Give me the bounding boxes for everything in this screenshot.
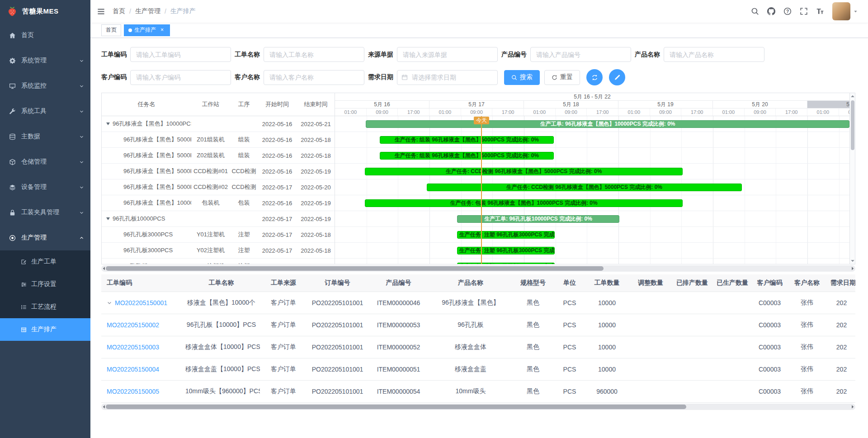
logo[interactable]: 苦糖果MES bbox=[0, 0, 90, 23]
collapse-caret-icon[interactable] bbox=[106, 122, 110, 125]
orders-row[interactable]: MO202205150004移液盒盒盖【10000】PCS客户订单PO20220… bbox=[101, 358, 855, 380]
product-name-input[interactable] bbox=[664, 47, 764, 62]
order-code-link[interactable]: MO202205150001 bbox=[115, 299, 167, 306]
breadcrumb-item[interactable]: 生产排产 bbox=[170, 7, 196, 15]
textsize-icon[interactable] bbox=[816, 7, 824, 15]
sidebar-item-master-data[interactable]: 主数据 bbox=[0, 124, 90, 149]
fullscreen-icon[interactable] bbox=[800, 7, 808, 15]
breadcrumb-item[interactable]: 生产管理 bbox=[135, 7, 160, 15]
sidebar-item-label: 首页 bbox=[21, 31, 34, 39]
gantt-column-header: 结束时间 bbox=[297, 100, 335, 108]
tab-首页[interactable]: 首页 bbox=[101, 24, 121, 36]
gantt-task-row[interactable]: 96孔孔板3000PCSY01注塑机注塑2022-05-172022-05-18 bbox=[102, 227, 335, 243]
orders-horizontal-scrollbar[interactable] bbox=[101, 404, 855, 410]
sidebar-item-home[interactable]: 首页 bbox=[0, 23, 90, 48]
sync-button[interactable] bbox=[586, 69, 603, 85]
vertical-scrollbar-thumb[interactable] bbox=[851, 100, 854, 150]
sidebar-item-process-setting[interactable]: 工序设置 bbox=[0, 273, 90, 296]
unit: PCS bbox=[554, 314, 585, 336]
gantt-column-header: 工作站 bbox=[191, 100, 230, 108]
gantt-task-row[interactable]: 96孔移液盒【黑色】5000PCSCCD检测#02CCD检测2022-05-17… bbox=[102, 179, 335, 195]
sidebar-item-process-flow[interactable]: 工艺流程 bbox=[0, 296, 90, 318]
gantt-task-row[interactable]: 96孔移液盒【黑色】5000PCSZ02组装机组装2022-05-162022-… bbox=[102, 148, 335, 164]
order-code-link[interactable]: MO202205150002 bbox=[107, 321, 159, 329]
sidebar-item-production-mgmt[interactable]: 生产管理 bbox=[0, 225, 90, 250]
order-code-link[interactable]: MO202205150003 bbox=[107, 344, 159, 351]
sidebar-item-label: 系统管理 bbox=[21, 57, 47, 65]
sidebar-item-system-tools[interactable]: 系统工具 bbox=[0, 99, 90, 124]
gantt-task-bar[interactable]: 生产任务: 组装 96孔移液盒【黑色】5000PCS 完成比例: 0% bbox=[380, 152, 554, 160]
gantt-vertical-scrollbar[interactable] bbox=[849, 93, 855, 264]
sidebar-item-production-workorder[interactable]: 生产工单 bbox=[0, 250, 90, 273]
gantt-task-bar[interactable]: 生产任务: CCD检测 96孔移液盒【黑色】5000PCS 完成比例: 0% bbox=[427, 184, 742, 191]
gantt-task-row[interactable]: 96孔孔板3000PCSY03注塑机注塑2022-05-172022-05-18 bbox=[102, 259, 335, 264]
reset-button[interactable]: 重置 bbox=[544, 70, 580, 85]
github-icon[interactable] bbox=[767, 7, 775, 15]
breadcrumb-item[interactable]: 首页 bbox=[113, 7, 125, 15]
scroll-down-icon[interactable] bbox=[850, 258, 855, 264]
gantt-horizontal-scrollbar[interactable] bbox=[101, 265, 855, 272]
customer-code: C00003 bbox=[753, 358, 786, 380]
gantt-task-bar[interactable]: 生产任务: 包装 96孔移液盒【黑色】10000PCS 完成比例: 0% bbox=[365, 199, 683, 207]
product-name: 移液盒盒盖 bbox=[429, 358, 512, 380]
collapse-caret-icon[interactable] bbox=[106, 217, 110, 220]
orders-row[interactable]: MO20220515000510mm吸头【960000】PCS客户订单PO202… bbox=[101, 380, 855, 402]
user-menu[interactable] bbox=[832, 2, 858, 20]
gantt-task-bar[interactable]: 生产任务: 注塑 96孔孔板3000PCS 完成比例: 0% bbox=[457, 231, 555, 239]
order-code-link[interactable]: MO202205150004 bbox=[107, 366, 159, 373]
gantt-hscrollbar-thumb[interactable] bbox=[106, 266, 604, 271]
workorder-icon bbox=[21, 259, 27, 265]
orders-row[interactable]: MO202205150001移液盒【黑色】10000个客户订单PO2022051… bbox=[101, 292, 855, 314]
orders-row[interactable]: MO202205150003移液盒盒体【10000】PCS客户订单PO20220… bbox=[101, 336, 855, 358]
gantt-task-bar[interactable]: 生产任务: CCD检测 96孔移液盒【黑色】5000PCS 完成比例: 0% bbox=[365, 168, 683, 175]
scroll-right-icon[interactable] bbox=[850, 266, 855, 271]
gantt-task-row[interactable]: 96孔移液盒【黑色】5000PCSZ01组装机组装2022-05-162022-… bbox=[102, 132, 335, 148]
gantt-bar-label: 生产工单: 96孔孔板10000PCS 完成比例: 0% bbox=[484, 215, 592, 223]
caret-down-icon bbox=[853, 9, 858, 14]
product-code-input[interactable] bbox=[530, 47, 631, 62]
gantt-task-bar[interactable]: 生产任务: 注塑 96孔孔板3000PCS 完成比例: 0% bbox=[457, 247, 555, 254]
work-order-code-input[interactable] bbox=[130, 47, 231, 62]
filter-field-customer-name: 客户名称 bbox=[235, 70, 364, 85]
demand-date-input[interactable] bbox=[397, 70, 498, 85]
work-order-name-input[interactable] bbox=[264, 47, 364, 62]
gantt-column-header: 任务名 bbox=[102, 100, 191, 108]
search-icon[interactable] bbox=[751, 7, 759, 15]
gantt-task-bar[interactable]: 生产任务: 注塑 96孔孔板3000PCS 完成比例: 0% bbox=[457, 263, 555, 264]
sidebar-item-fixture-mgmt[interactable]: 工装夹具管理 bbox=[0, 200, 90, 225]
scroll-right-icon[interactable] bbox=[850, 404, 855, 410]
tab-close-icon[interactable]: × bbox=[159, 27, 165, 33]
orders-hscrollbar-thumb[interactable] bbox=[106, 405, 686, 409]
gantt-end-date: 2022-05-18 bbox=[297, 137, 335, 143]
customer-code-input[interactable] bbox=[130, 70, 231, 85]
orders-row[interactable]: MO20220515000296孔孔板【10000】PCS客户订单PO20220… bbox=[101, 314, 855, 336]
question-icon[interactable]: ? bbox=[783, 7, 792, 15]
monitor-icon bbox=[9, 83, 16, 89]
sidebar-item-system-mgmt[interactable]: 系统管理 bbox=[0, 48, 90, 73]
expand-caret-icon[interactable] bbox=[107, 300, 112, 306]
gantt-task-row[interactable]: 96孔移液盒【黑色】5000PCSCCD检测#01CCD检测2022-05-16… bbox=[102, 164, 335, 179]
sidebar-item-warehouse-mgmt[interactable]: 仓储管理 bbox=[0, 149, 90, 174]
gantt-task-row[interactable]: 96孔孔板3000PCSY02注塑机注塑2022-05-172022-05-18 bbox=[102, 243, 335, 259]
product-code: ITEM00000053 bbox=[368, 314, 429, 336]
avatar[interactable] bbox=[832, 2, 850, 20]
scroll-up-icon[interactable] bbox=[850, 94, 855, 99]
order-code-link[interactable]: MO202205150005 bbox=[107, 388, 159, 395]
gantt-task-row[interactable]: 96孔孔板10000PCS2022-05-172022-05-19 bbox=[102, 211, 335, 227]
hamburger-icon[interactable] bbox=[97, 7, 105, 16]
unit: PCS bbox=[554, 292, 585, 314]
gantt-task-bar[interactable]: 生产任务: 组装 96孔移液盒【黑色】5000PCS 完成比例: 0% bbox=[380, 136, 554, 144]
gantt-order-bar[interactable]: 生产工单: 96孔移液盒【黑色】10000PCS 完成比例: 0% bbox=[366, 120, 849, 128]
customer-name-input[interactable] bbox=[264, 70, 364, 85]
gantt-task-row[interactable]: 96孔移液盒【黑色】10000PCS包装机包装2022-05-162022-05… bbox=[102, 195, 335, 211]
gantt-task-row[interactable]: 96孔移液盒【黑色】10000PCS2022-05-162022-05-21 bbox=[102, 116, 335, 132]
gantt-bar-label: 生产任务: CCD检测 96孔移液盒【黑色】5000PCS 完成比例: 0% bbox=[446, 168, 602, 175]
chevron-down-icon bbox=[79, 109, 84, 114]
search-button[interactable]: 搜索 bbox=[504, 70, 540, 85]
tab-生产排产[interactable]: 生产排产× bbox=[124, 24, 170, 36]
source-doc-input[interactable] bbox=[397, 47, 498, 62]
sidebar-item-production-scheduling[interactable]: 生产排产 bbox=[0, 318, 90, 341]
sidebar-item-device-mgmt[interactable]: 设备管理 bbox=[0, 174, 90, 200]
sidebar-item-system-monitor[interactable]: 系统监控 bbox=[0, 73, 90, 99]
edit-button[interactable] bbox=[609, 69, 625, 85]
